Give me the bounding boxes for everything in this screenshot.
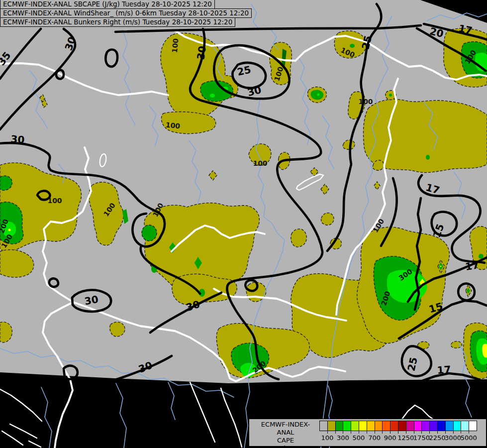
legend-swatch-1 (327, 421, 336, 431)
shear-label-17: 17 (437, 363, 451, 376)
header-line-windshear: ECMWF-INDEX-ANAL WindShear_ (m/s) 0-6km … (0, 8, 252, 18)
cape-fill-shape (389, 94, 392, 97)
legend-tick (367, 431, 367, 434)
legend-swatch-12 (414, 421, 422, 431)
legend-tick (445, 431, 446, 434)
border-shape (29, 441, 41, 447)
cape-label-100: 100 (253, 159, 267, 167)
border-shape (402, 405, 434, 420)
border-shape (221, 388, 242, 447)
legend-tick (453, 431, 454, 434)
legend-tick (437, 431, 438, 434)
cape-fill-shape (317, 94, 320, 96)
legend-swatch-0 (319, 421, 328, 431)
cape-label-100: 100 (47, 197, 62, 205)
cape-fill-shape (110, 322, 125, 336)
legend-swatch-4 (351, 421, 359, 431)
legend-swatch-2 (335, 421, 344, 431)
header-line-bunkers: ECMWF-INDEX-ANAL Bunkers Right (m/s) Tue… (0, 17, 235, 27)
legend-tick (406, 431, 406, 434)
legend-swatch-14 (429, 421, 438, 431)
shear-label-30: 30 (195, 45, 208, 61)
legend-swatch-15 (437, 421, 446, 431)
shear-label-17: 17 (465, 259, 480, 273)
legend-tick (335, 431, 336, 434)
weather-map: 353030302530252017171517152517303030 100… (0, 0, 487, 448)
river-shape (41, 387, 52, 448)
legend-tick (382, 431, 383, 434)
header-line-sbcape: ECMWF-INDEX-ANAL SBCAPE (J/kg) Tuesday 2… (0, 0, 215, 9)
cape-fill-shape (291, 229, 307, 247)
legend-swatch-10 (398, 421, 406, 431)
legend-swatch-16 (445, 421, 454, 431)
cape-fill-shape (142, 225, 157, 241)
cape-fill-shape (440, 266, 442, 267)
legend-tick-label: 5000 (458, 434, 480, 442)
river-shape (116, 383, 126, 448)
legend-swatch-9 (390, 421, 398, 431)
legend-swatch-7 (375, 421, 383, 431)
legend-swatch-3 (343, 421, 351, 431)
legend-tick (461, 431, 461, 434)
cape-fill-shape (350, 44, 355, 48)
legend-title-line3: J/kg (253, 445, 318, 448)
legend-tick (375, 431, 375, 434)
cape-fill-shape (210, 94, 215, 98)
legend-tick (359, 431, 359, 434)
shear-label-30: 30 (84, 293, 99, 307)
cape-label-100: 100 (171, 38, 180, 53)
legend-tick (398, 431, 398, 434)
legend-swatch-6 (367, 421, 375, 431)
legend-swatch-11 (406, 421, 414, 431)
legend-tick (343, 431, 343, 434)
legend-title-line1: ECMWF-INDEX-ANAL (253, 421, 318, 437)
border-shape (2, 431, 23, 445)
legend-tick (469, 431, 469, 434)
shear-label-30: 30 (10, 133, 25, 146)
legend: ECMWF-INDEX-ANAL CAPE J/kg 1003005007009… (249, 419, 487, 447)
header: ECMWF-INDEX-ANAL SBCAPE (J/kg) Tuesday 2… (0, 0, 252, 27)
legend-tick (327, 431, 328, 434)
border-shape (10, 424, 37, 438)
cape-label-100: 100 (358, 98, 373, 106)
legend-swatch-18 (461, 421, 469, 431)
legend-swatch-5 (359, 421, 367, 431)
legend-swatch-8 (382, 421, 390, 431)
border-shape (0, 389, 42, 421)
legend-tick (421, 431, 422, 434)
cape-label-100: 100 (165, 121, 181, 130)
legend-title-line2: CAPE (253, 437, 318, 445)
weather-map-app: 353030302530252017171517152517303030 100… (0, 0, 487, 448)
legend-swatch-17 (453, 421, 462, 431)
legend-tick (351, 431, 351, 434)
legend-tick (414, 431, 414, 434)
cape-fill-shape (479, 254, 484, 259)
river-shape (168, 382, 175, 420)
legend-tick (429, 431, 430, 434)
legend-swatch-19 (469, 421, 477, 431)
legend-swatch-13 (421, 421, 430, 431)
cape-fill-shape (8, 229, 11, 231)
legend-tick (390, 431, 390, 434)
legend-title: ECMWF-INDEX-ANAL CAPE J/kg (253, 421, 318, 448)
legend-colorbar (319, 421, 477, 431)
cape-fill-shape (426, 155, 430, 160)
